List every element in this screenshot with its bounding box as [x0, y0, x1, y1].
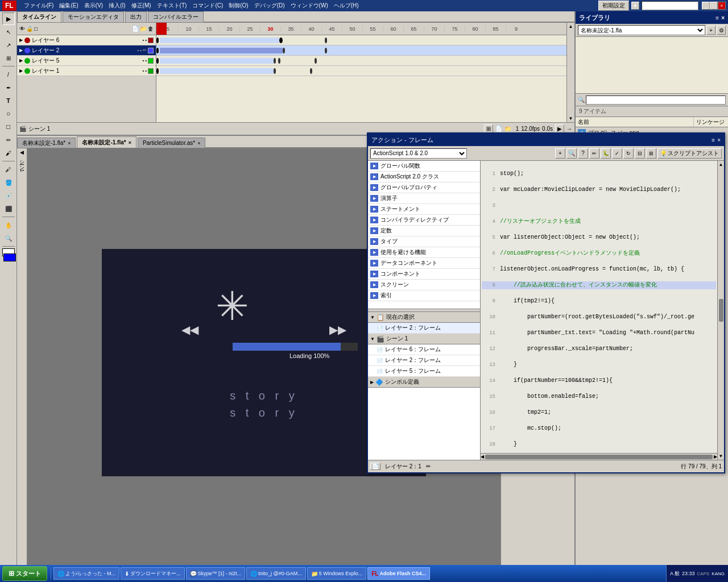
doc-tab-2[interactable]: 名称未設定-1.fla* ×: [77, 136, 136, 148]
tool-select[interactable]: ↖: [2, 26, 15, 38]
new-folder-icon[interactable]: 📁: [140, 26, 147, 32]
as-version-select[interactable]: ActionScript 1.0 & 2.0: [370, 148, 467, 159]
code-editor[interactable]: 1stop(); 2var mcLoader:MovieClipLoader =…: [481, 161, 717, 453]
as-tree-data-components[interactable]: ▶ データコンポーネント: [368, 258, 480, 269]
as-tool-auto-check[interactable]: ↻: [623, 148, 634, 159]
lib-search-icon[interactable]: 🔍: [578, 97, 585, 103]
search-input[interactable]: [642, 1, 698, 10]
code-hscroll-thumb[interactable]: [485, 455, 713, 459]
doc-tab-2-close[interactable]: ×: [129, 140, 131, 146]
as-panel-menu[interactable]: ≡: [712, 137, 715, 143]
as-layer2-frame[interactable]: 📄 レイヤー 2：フレーム: [368, 323, 480, 334]
taskbar-item-2[interactable]: ⬇ ダウンロードマネー...: [121, 567, 185, 580]
tool-paint-bucket[interactable]: 🪣: [2, 176, 15, 189]
menubar-debug[interactable]: デバッグ(D): [251, 1, 288, 10]
maximize-button[interactable]: □: [710, 2, 718, 10]
library-search-input[interactable]: [586, 95, 726, 105]
tool-pen[interactable]: ✒: [2, 81, 15, 94]
tool-line[interactable]: /: [2, 68, 15, 81]
as-tool-search[interactable]: 🔍: [566, 148, 577, 159]
as-tree-index[interactable]: ▶ 索引: [368, 290, 480, 301]
as-layer2-frame2[interactable]: 📄 レイヤー 2：フレーム: [368, 355, 480, 366]
doc-tab-1[interactable]: 名称未設定-1.fla* ×: [17, 138, 76, 148]
taskbar-item-3[interactable]: 💬 Skype™ [1] - ni2t...: [186, 567, 246, 580]
as-tool-expand[interactable]: ⊞: [646, 148, 656, 159]
as-layer5-frame[interactable]: 📄 レイヤー 5：フレーム: [368, 366, 480, 377]
tab-motion-editor[interactable]: モーションエディタ: [63, 11, 124, 22]
lock-all-layers-icon[interactable]: 🔒: [26, 26, 33, 32]
tool-rect[interactable]: □: [2, 120, 15, 133]
as-tool-ref[interactable]: ?: [578, 148, 588, 159]
tab-compile-error[interactable]: コンパイルエラー: [148, 11, 204, 22]
minimize-button[interactable]: _: [702, 2, 710, 10]
library-close-icon[interactable]: ×: [721, 15, 725, 21]
as-tree-types[interactable]: ▶ タイプ: [368, 236, 480, 247]
as-tool-format[interactable]: ✏: [589, 148, 599, 159]
as-tree-global-func[interactable]: ▶ グローバル関数: [368, 161, 480, 172]
as-layer-status-icon[interactable]: 📄: [370, 463, 380, 470]
as-tool-check[interactable]: ✓: [612, 148, 622, 159]
as-tree-operators[interactable]: ▶ 演算子: [368, 193, 480, 204]
timeline-scroll-down[interactable]: ▼: [569, 116, 573, 121]
tool-inkbottle[interactable]: 🖋: [2, 163, 15, 176]
show-outlines-icon[interactable]: □: [34, 26, 38, 32]
as-layer6-frame[interactable]: 📄 レイヤー 6：フレーム: [368, 344, 480, 355]
new-layer-icon[interactable]: 📄: [132, 26, 139, 32]
taskbar-item-1[interactable]: 🌐 ようiらっさった - M...: [53, 567, 119, 580]
tool-hand[interactable]: ✋: [2, 219, 15, 231]
delete-layer-icon[interactable]: 🗑: [148, 26, 154, 32]
menubar-text[interactable]: テキスト(T): [154, 1, 190, 10]
tool-eyedropper[interactable]: 💉: [2, 189, 15, 202]
init-settings-button[interactable]: 初期設定: [598, 1, 629, 11]
scroll-right[interactable]: →: [566, 126, 572, 132]
as-tool-collapse[interactable]: ⊟: [635, 148, 645, 159]
timeline-btn-2[interactable]: 📄: [495, 126, 502, 132]
menubar-file[interactable]: ファイル(F): [21, 1, 57, 10]
tool-oval[interactable]: ○: [2, 107, 15, 120]
code-scroll-left[interactable]: ◀: [481, 454, 484, 459]
tab-output[interactable]: 出力: [125, 11, 147, 22]
tool-brush[interactable]: 🖌: [2, 147, 15, 159]
menubar-view[interactable]: 表示(V): [81, 1, 106, 10]
as-tree-as2-classes[interactable]: ▶ ActionScript 2.0 クラス: [368, 172, 480, 182]
tool-arrow[interactable]: ▶: [2, 13, 15, 25]
tab-timeline[interactable]: タイムライン: [17, 11, 61, 22]
tool-pencil[interactable]: ✏: [2, 134, 15, 146]
dropdown-icon[interactable]: ▼: [631, 2, 639, 10]
as-panel-header[interactable]: アクション - フレーム ≡ ×: [368, 134, 724, 146]
as-symbol-def[interactable]: ▶ 🔷 シンボル定義: [368, 377, 480, 388]
as-tree-constants[interactable]: ▶ 定数: [368, 226, 480, 236]
menubar-control[interactable]: 制御(O): [226, 1, 251, 10]
menubar-edit[interactable]: 編集(E): [56, 1, 81, 10]
as-tree-components[interactable]: ▶ コンポーネント: [368, 269, 480, 280]
code-scroll-up[interactable]: ▲: [719, 162, 723, 167]
tool-subselect[interactable]: ↗: [2, 39, 15, 51]
show-all-layers-icon[interactable]: 👁: [19, 26, 25, 32]
as-tree-screens[interactable]: ▶ スクリーン: [368, 280, 480, 290]
as-tree-compiler-directives[interactable]: ▶ コンパイラディレクティブ: [368, 215, 480, 226]
timeline-scroll-up[interactable]: ▲: [569, 24, 573, 29]
start-button[interactable]: ⊞ スタート: [2, 566, 47, 581]
tool-zoom[interactable]: 🔍: [2, 232, 15, 244]
code-vscroll-thumb[interactable]: [719, 299, 723, 322]
timeline-btn-3[interactable]: 📁: [504, 126, 511, 132]
taskbar-item-4[interactable]: 🌐 tnito_j @#0-GAM...: [246, 567, 306, 580]
tool-free-transform[interactable]: ⊞: [2, 52, 15, 64]
taskbar-item-5[interactable]: 📁 5 Windows Explo...: [307, 567, 367, 580]
code-scroll-down[interactable]: ▼: [719, 454, 723, 459]
doc-tab-1-close[interactable]: ×: [68, 140, 71, 146]
tool-eraser[interactable]: ⬛: [2, 202, 15, 215]
as-tool-debug[interactable]: 🐛: [601, 148, 611, 159]
menubar-window[interactable]: ウィンドウ(W): [288, 1, 331, 10]
library-new-btn[interactable]: +: [706, 26, 715, 35]
library-options-btn[interactable]: ⚙: [717, 26, 726, 35]
tool-text[interactable]: T: [2, 94, 15, 107]
menubar-command[interactable]: コマンド(C): [189, 1, 226, 10]
as-tree-global-props[interactable]: ▶ グローバルプロパティ: [368, 182, 480, 193]
doc-tab-3-close[interactable]: ×: [197, 140, 200, 146]
as-tree-statements[interactable]: ▶ ステートメント: [368, 204, 480, 215]
menubar-insert[interactable]: 挿入(I): [106, 1, 128, 10]
doc-tab-3[interactable]: ParticleSimulator.as* ×: [138, 138, 206, 148]
menubar-modify[interactable]: 修正(M): [129, 1, 154, 10]
menubar-help[interactable]: ヘルプ(H): [331, 1, 362, 10]
